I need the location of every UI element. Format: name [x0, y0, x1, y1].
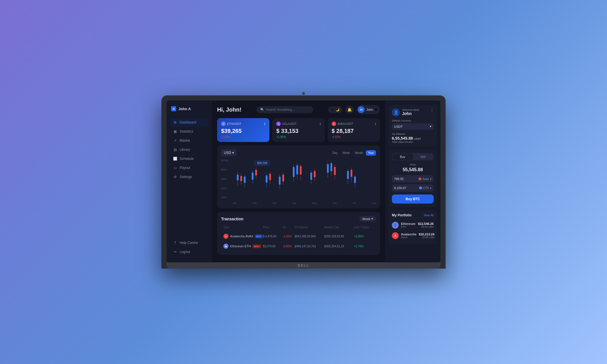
- welcome-text: Welcome Back: [402, 108, 428, 111]
- total-value: Total Value 84,652: [392, 141, 434, 143]
- search-input[interactable]: [266, 108, 309, 111]
- currency-select[interactable]: USDT ▾: [392, 123, 434, 130]
- notification-button[interactable]: 🔔: [345, 105, 354, 114]
- card-sol[interactable]: ◎ SOL/USDT ℹ $ 33,153 +1.95%: [272, 118, 325, 142]
- statistics-icon: ▦: [173, 129, 177, 133]
- svg-rect-8: [240, 176, 242, 181]
- user-name: John: [366, 108, 373, 111]
- eth-coin-icon: Ξ: [221, 122, 226, 126]
- chevron-down-icon: ▾: [375, 107, 377, 112]
- moon-icon: 🌙: [336, 108, 340, 112]
- eth-value: $39,265: [221, 128, 265, 134]
- avax-mcap: $258,159,53,85: [324, 235, 354, 238]
- balance-value: 6,55,545.88 USDT: [392, 136, 434, 141]
- balance-label: My Balance: [392, 133, 434, 135]
- settings-icon: ⚙: [173, 175, 177, 179]
- payout-icon: ▭: [173, 166, 177, 170]
- time-btn-year[interactable]: Year: [366, 150, 376, 156]
- sol-coin-icon: ◎: [276, 122, 281, 126]
- eth-row-icon: ◆: [223, 244, 228, 249]
- profile-card: 👤 Welcome Back John ⋮ Default Currency U…: [388, 105, 437, 147]
- sidebar-item-market[interactable]: ↗ Market: [170, 136, 209, 145]
- avax-7d: +2.86%: [354, 235, 374, 238]
- sidebar-item-statistics[interactable]: ▦ Statistics: [170, 127, 209, 136]
- trade-input-2[interactable]: 8,156.67 ETH ▾: [392, 184, 434, 192]
- sidebar-label-schedule: Schedule: [180, 157, 194, 161]
- sun-icon: ☀: [331, 108, 334, 112]
- table-header: Type Price 1h 24 Volume Market Cap Last …: [221, 225, 376, 230]
- sidebar-item-schedule[interactable]: ⬜ Schedule: [170, 154, 209, 163]
- page-header: Hi, John! 🔍 ☀ 🌙 🔔: [217, 105, 380, 114]
- sidebar-item-logout[interactable]: ↪ Logout: [170, 248, 209, 256]
- svg-rect-36: [330, 163, 332, 171]
- user-menu[interactable]: JA John ▾: [357, 105, 380, 114]
- card-label-sol: ◎ SOL/USDT: [276, 122, 296, 126]
- trade-card: Buy Sell Price 55,545.88 786.55 Avax ▾: [388, 150, 437, 207]
- currency-selector[interactable]: USD ▾: [221, 149, 237, 156]
- sol-change: +1.95%: [276, 135, 321, 139]
- avax-coin-selector[interactable]: Avax ▾: [419, 177, 431, 181]
- week-chevron-icon: ▾: [371, 217, 373, 221]
- trade-input-1[interactable]: 786.55 Avax ▾: [392, 175, 434, 183]
- svg-rect-16: [266, 175, 267, 183]
- avax-price: $ 4,876.00: [263, 235, 283, 238]
- avax-portfolio-info: Avalanche AVAX: [401, 233, 417, 239]
- portfolio-card: My Portfolio View All Ξ Ethereum ETH $12…: [388, 210, 437, 244]
- card-avax[interactable]: A AVAX/USDT ℹ $ 28,187 -4.55%: [328, 118, 380, 142]
- currency-dropdown-icon: ▾: [232, 151, 234, 155]
- sidebar-item-dashboard[interactable]: ⊞ Dashboard: [170, 118, 209, 127]
- eth-coin-selector[interactable]: ETH ▾: [419, 187, 431, 190]
- svg-rect-40: [347, 171, 349, 179]
- time-btn-day[interactable]: Day: [330, 150, 340, 156]
- buy-badge: BUY: [255, 235, 263, 238]
- card-label-eth: Ξ ETH/USDT: [221, 122, 241, 126]
- portfolio-item-eth: Ξ Ethereum ETH $12,546.26 33.53 USD: [392, 220, 434, 231]
- card-eth[interactable]: Ξ ETH/USDT ℹ $39,265 -2.63%: [217, 118, 269, 142]
- eth-info-icon: ℹ: [264, 122, 265, 125]
- svg-rect-26: [296, 165, 298, 174]
- buy-btc-button[interactable]: Buy BTC: [392, 194, 434, 204]
- avax-chevron-icon: ▾: [430, 177, 431, 181]
- sidebar-item-settings[interactable]: ⚙ Settings: [170, 173, 209, 181]
- sidebar-label-settings: Settings: [180, 175, 192, 179]
- avax-coin-icon: A: [332, 122, 336, 126]
- cards-row: Ξ ETH/USDT ℹ $39,265 -2.63% ◎ SOL/US: [217, 118, 380, 142]
- eth-portfolio-icon: Ξ: [392, 222, 399, 229]
- profile-name: John: [402, 111, 428, 116]
- time-btn-week[interactable]: Week: [340, 150, 352, 156]
- svg-rect-30: [310, 173, 312, 180]
- sidebar-label-statistics: Statistics: [180, 129, 193, 133]
- time-btn-month[interactable]: Month: [353, 150, 365, 156]
- profile-info: Welcome Back John: [402, 108, 428, 116]
- sidebar-item-library[interactable]: ▤ Library: [170, 145, 209, 154]
- sidebar-nav: ⊞ Dashboard ▦ Statistics ↗ Market ▤ Libr…: [170, 118, 209, 239]
- eth-price: $3,074.65: [263, 245, 283, 248]
- avax-value: $ 28,187: [332, 128, 376, 134]
- sidebar-label-help: Help Centre: [180, 241, 198, 245]
- sol-info-icon: ℹ: [320, 122, 321, 125]
- more-options-button[interactable]: ⋮: [430, 108, 434, 112]
- theme-toggle[interactable]: ☀ 🌙: [328, 106, 342, 113]
- buy-tab[interactable]: Buy: [392, 154, 413, 160]
- sol-value: $ 33,153: [276, 128, 321, 134]
- right-panel: 👤 Welcome Back John ⋮ Default Currency U…: [385, 101, 440, 262]
- svg-rect-44: [354, 177, 356, 183]
- sidebar-label-payout: Payout: [180, 166, 190, 170]
- dashboard-icon: ⊞: [173, 120, 177, 124]
- time-filters: Day Week Month Year: [330, 150, 376, 156]
- sidebar-item-payout[interactable]: ▭ Payout: [170, 164, 209, 172]
- sidebar-label-library: Library: [180, 148, 190, 152]
- search-bar[interactable]: 🔍: [256, 106, 313, 113]
- price-value: 55,545.88: [392, 167, 434, 172]
- svg-rect-12: [252, 173, 253, 180]
- week-selector[interactable]: Week ▾: [359, 216, 376, 222]
- schedule-icon: ⬜: [173, 157, 177, 161]
- svg-rect-18: [269, 174, 271, 180]
- svg-rect-6: [237, 175, 238, 180]
- sidebar-item-help[interactable]: ? Help Centre: [170, 239, 209, 247]
- chart-tooltip: $90,586: [255, 160, 270, 166]
- view-all-button[interactable]: View All: [424, 214, 434, 217]
- sell-tab[interactable]: Sell: [413, 154, 433, 160]
- eth-change: -2.63%: [221, 135, 265, 139]
- eth-chevron-icon: ▾: [430, 187, 431, 190]
